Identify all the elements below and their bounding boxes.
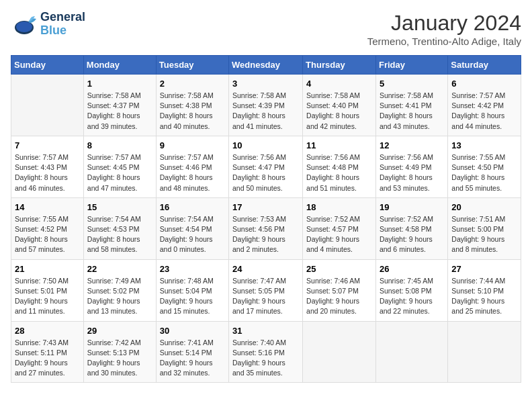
day-number: 12 bbox=[380, 140, 444, 150]
calendar-subtitle: Termeno, Trentino-Alto Adige, Italy bbox=[367, 36, 521, 47]
day-info: Sunrise: 7:56 AMSunset: 4:49 PMDaylight:… bbox=[380, 152, 444, 193]
day-number: 20 bbox=[451, 202, 517, 212]
day-info: Sunrise: 7:42 AMSunset: 5:13 PMDaylight:… bbox=[87, 338, 152, 379]
header-cell-saturday: Saturday bbox=[448, 56, 521, 75]
day-number: 4 bbox=[306, 79, 372, 89]
day-number: 15 bbox=[87, 202, 152, 212]
day-info: Sunrise: 7:46 AMSunset: 5:07 PMDaylight:… bbox=[306, 276, 372, 317]
week-row-1: 1Sunrise: 7:58 AMSunset: 4:37 PMDaylight… bbox=[11, 75, 521, 136]
day-cell: 1Sunrise: 7:58 AMSunset: 4:37 PMDaylight… bbox=[83, 75, 156, 136]
day-cell: 21Sunrise: 7:50 AMSunset: 5:01 PMDayligh… bbox=[11, 259, 84, 321]
header-cell-monday: Monday bbox=[83, 56, 156, 75]
day-cell: 19Sunrise: 7:52 AMSunset: 4:58 PMDayligh… bbox=[375, 197, 447, 259]
calendar-table: SundayMondayTuesdayWednesdayThursdayFrid… bbox=[11, 55, 521, 383]
day-number: 8 bbox=[87, 140, 152, 150]
day-info: Sunrise: 7:45 AMSunset: 5:08 PMDaylight:… bbox=[380, 276, 444, 317]
header-cell-tuesday: Tuesday bbox=[156, 56, 228, 75]
day-number: 26 bbox=[380, 264, 444, 274]
day-info: Sunrise: 7:41 AMSunset: 5:14 PMDaylight:… bbox=[160, 338, 225, 379]
day-info: Sunrise: 7:48 AMSunset: 5:04 PMDaylight:… bbox=[160, 276, 225, 317]
day-cell: 9Sunrise: 7:57 AMSunset: 4:46 PMDaylight… bbox=[156, 136, 228, 197]
day-cell: 22Sunrise: 7:49 AMSunset: 5:02 PMDayligh… bbox=[83, 259, 156, 321]
day-cell: 30Sunrise: 7:41 AMSunset: 5:14 PMDayligh… bbox=[156, 321, 228, 383]
day-cell: 28Sunrise: 7:43 AMSunset: 5:11 PMDayligh… bbox=[11, 321, 84, 383]
day-info: Sunrise: 7:47 AMSunset: 5:05 PMDaylight:… bbox=[232, 276, 299, 317]
day-info: Sunrise: 7:58 AMSunset: 4:41 PMDaylight:… bbox=[380, 91, 444, 132]
day-cell bbox=[375, 321, 447, 383]
logo-icon bbox=[11, 11, 38, 38]
day-info: Sunrise: 7:58 AMSunset: 4:39 PMDaylight:… bbox=[232, 91, 299, 132]
day-info: Sunrise: 7:49 AMSunset: 5:02 PMDaylight:… bbox=[87, 276, 152, 317]
day-number: 30 bbox=[160, 326, 225, 336]
day-info: Sunrise: 7:58 AMSunset: 4:40 PMDaylight:… bbox=[306, 91, 372, 132]
day-info: Sunrise: 7:53 AMSunset: 4:56 PMDaylight:… bbox=[232, 214, 299, 255]
day-cell: 10Sunrise: 7:56 AMSunset: 4:47 PMDayligh… bbox=[229, 136, 303, 197]
day-cell: 7Sunrise: 7:57 AMSunset: 4:43 PMDaylight… bbox=[11, 136, 84, 197]
day-info: Sunrise: 7:58 AMSunset: 4:38 PMDaylight:… bbox=[160, 91, 225, 132]
day-number: 22 bbox=[87, 264, 152, 274]
day-cell: 27Sunrise: 7:44 AMSunset: 5:10 PMDayligh… bbox=[448, 259, 521, 321]
day-number: 21 bbox=[15, 264, 80, 274]
day-number: 1 bbox=[87, 79, 152, 89]
day-number: 5 bbox=[380, 79, 444, 89]
day-cell: 14Sunrise: 7:55 AMSunset: 4:52 PMDayligh… bbox=[11, 197, 84, 259]
day-info: Sunrise: 7:52 AMSunset: 4:57 PMDaylight:… bbox=[306, 214, 372, 255]
day-info: Sunrise: 7:44 AMSunset: 5:10 PMDaylight:… bbox=[451, 276, 517, 317]
day-cell: 26Sunrise: 7:45 AMSunset: 5:08 PMDayligh… bbox=[375, 259, 447, 321]
day-cell: 17Sunrise: 7:53 AMSunset: 4:56 PMDayligh… bbox=[229, 197, 303, 259]
day-number: 14 bbox=[15, 202, 80, 212]
day-cell: 20Sunrise: 7:51 AMSunset: 5:00 PMDayligh… bbox=[448, 197, 521, 259]
day-info: Sunrise: 7:54 AMSunset: 4:54 PMDaylight:… bbox=[160, 214, 225, 255]
day-cell: 2Sunrise: 7:58 AMSunset: 4:38 PMDaylight… bbox=[156, 75, 228, 136]
day-info: Sunrise: 7:58 AMSunset: 4:37 PMDaylight:… bbox=[87, 91, 152, 132]
day-cell bbox=[448, 321, 521, 383]
day-cell bbox=[303, 321, 376, 383]
day-number: 16 bbox=[160, 202, 225, 212]
day-info: Sunrise: 7:50 AMSunset: 5:01 PMDaylight:… bbox=[15, 276, 80, 317]
day-number: 11 bbox=[306, 140, 372, 150]
header-row: SundayMondayTuesdayWednesdayThursdayFrid… bbox=[11, 56, 521, 75]
header-cell-friday: Friday bbox=[375, 56, 447, 75]
day-info: Sunrise: 7:40 AMSunset: 5:16 PMDaylight:… bbox=[232, 338, 299, 379]
day-number: 9 bbox=[160, 140, 225, 150]
day-cell: 6Sunrise: 7:57 AMSunset: 4:42 PMDaylight… bbox=[448, 75, 521, 136]
day-number: 3 bbox=[232, 79, 299, 89]
calendar-body: 1Sunrise: 7:58 AMSunset: 4:37 PMDaylight… bbox=[11, 75, 521, 383]
day-number: 7 bbox=[15, 140, 80, 150]
day-cell: 11Sunrise: 7:56 AMSunset: 4:48 PMDayligh… bbox=[303, 136, 376, 197]
day-info: Sunrise: 7:57 AMSunset: 4:42 PMDaylight:… bbox=[451, 91, 517, 132]
day-cell bbox=[11, 75, 84, 136]
day-info: Sunrise: 7:52 AMSunset: 4:58 PMDaylight:… bbox=[380, 214, 444, 255]
day-cell: 29Sunrise: 7:42 AMSunset: 5:13 PMDayligh… bbox=[83, 321, 156, 383]
day-number: 17 bbox=[232, 202, 299, 212]
day-cell: 3Sunrise: 7:58 AMSunset: 4:39 PMDaylight… bbox=[229, 75, 303, 136]
day-cell: 31Sunrise: 7:40 AMSunset: 5:16 PMDayligh… bbox=[229, 321, 303, 383]
week-row-5: 28Sunrise: 7:43 AMSunset: 5:11 PMDayligh… bbox=[11, 321, 521, 383]
title-area: January 2024 Termeno, Trentino-Alto Adig… bbox=[367, 11, 521, 47]
week-row-2: 7Sunrise: 7:57 AMSunset: 4:43 PMDaylight… bbox=[11, 136, 521, 197]
day-cell: 24Sunrise: 7:47 AMSunset: 5:05 PMDayligh… bbox=[229, 259, 303, 321]
header-cell-thursday: Thursday bbox=[303, 56, 376, 75]
day-number: 10 bbox=[232, 140, 299, 150]
svg-point-1 bbox=[16, 21, 32, 32]
day-cell: 8Sunrise: 7:57 AMSunset: 4:45 PMDaylight… bbox=[83, 136, 156, 197]
day-cell: 16Sunrise: 7:54 AMSunset: 4:54 PMDayligh… bbox=[156, 197, 228, 259]
header-cell-wednesday: Wednesday bbox=[229, 56, 303, 75]
day-info: Sunrise: 7:57 AMSunset: 4:46 PMDaylight:… bbox=[160, 152, 225, 193]
header-cell-sunday: Sunday bbox=[11, 56, 84, 75]
day-number: 13 bbox=[451, 140, 517, 150]
logo-blue: Blue bbox=[40, 24, 85, 38]
day-cell: 12Sunrise: 7:56 AMSunset: 4:49 PMDayligh… bbox=[375, 136, 447, 197]
day-info: Sunrise: 7:55 AMSunset: 4:50 PMDaylight:… bbox=[451, 152, 517, 193]
calendar-header: SundayMondayTuesdayWednesdayThursdayFrid… bbox=[11, 56, 521, 75]
day-info: Sunrise: 7:51 AMSunset: 5:00 PMDaylight:… bbox=[451, 214, 517, 255]
day-info: Sunrise: 7:56 AMSunset: 4:48 PMDaylight:… bbox=[306, 152, 372, 193]
day-info: Sunrise: 7:54 AMSunset: 4:53 PMDaylight:… bbox=[87, 214, 152, 255]
day-number: 6 bbox=[451, 79, 517, 89]
day-cell: 23Sunrise: 7:48 AMSunset: 5:04 PMDayligh… bbox=[156, 259, 228, 321]
day-cell: 15Sunrise: 7:54 AMSunset: 4:53 PMDayligh… bbox=[83, 197, 156, 259]
day-number: 25 bbox=[306, 264, 372, 274]
day-info: Sunrise: 7:56 AMSunset: 4:47 PMDaylight:… bbox=[232, 152, 299, 193]
day-cell: 25Sunrise: 7:46 AMSunset: 5:07 PMDayligh… bbox=[303, 259, 376, 321]
day-number: 24 bbox=[232, 264, 299, 274]
